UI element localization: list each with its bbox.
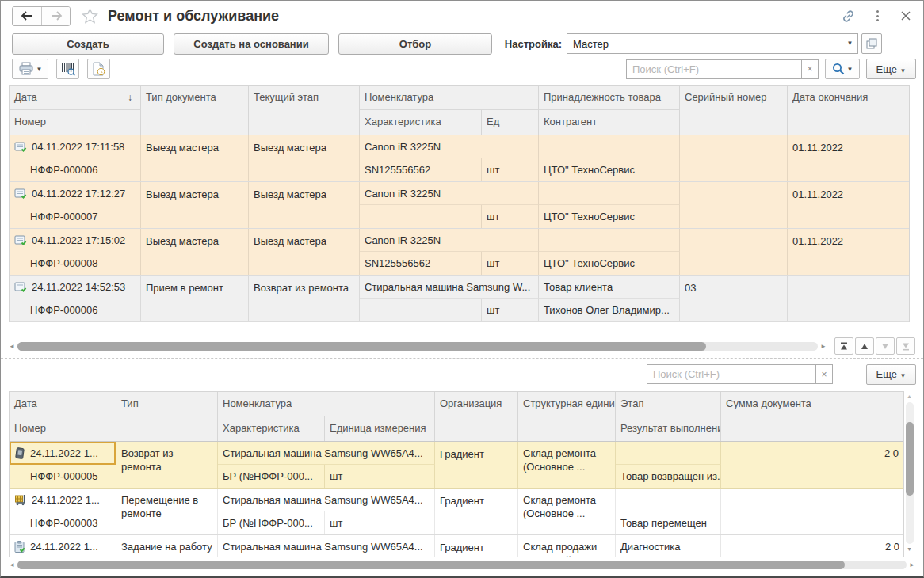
table2-horizontal-scrollbar[interactable]: ◄ ► [9,561,915,569]
cell-end-date[interactable] [788,276,909,321]
cell-number[interactable]: НФФР-000003 [10,511,116,534]
column-header-characteristic[interactable]: Характеристика [360,110,482,135]
favorite-star-icon[interactable] [82,8,98,25]
column-header-type[interactable]: Тип [116,392,218,441]
cell-date[interactable]: 04.11.2022 17:11:58 [10,135,141,158]
scrollbar-track[interactable] [17,342,818,351]
column-header-characteristic[interactable]: Характеристика [218,416,325,441]
column-header-unit[interactable]: Единица измерения [325,416,435,441]
clear-search-button[interactable]: × [801,59,819,79]
go-last-row-button[interactable] [896,337,915,355]
cell-number[interactable]: НФФР-000006 [10,158,141,181]
back-button[interactable] [13,7,41,25]
get-link-icon[interactable] [841,9,856,24]
cell-end-date[interactable]: 01.11.2022 [788,229,909,275]
search-input[interactable] [626,59,802,79]
cell-date[interactable]: 24.11.2022 14:52:53 [10,276,141,299]
cell-nomenclature[interactable]: Canon iR 3225N [360,135,539,158]
cell-contragent[interactable]: Тихонов Олег Владимир... [539,299,680,321]
column-header-date[interactable]: Дата [10,392,116,416]
cell-ownership[interactable] [539,229,680,252]
cell-characteristic[interactable] [360,205,482,228]
cell-characteristic[interactable]: SN125556562 [360,252,482,275]
scroll-right-icon[interactable]: ► [909,561,915,568]
column-header-date[interactable]: Дата↓ [10,86,141,110]
cell-sum[interactable]: 2 0 [721,442,903,465]
cell-nomenclature[interactable]: Canon iR 3225N [360,229,539,252]
close-icon[interactable] [899,10,912,22]
cell-structural-unit[interactable]: Склад продажи (основной склад) [518,535,616,557]
cell-organization[interactable]: Градиент [435,489,518,534]
column-header-contragent[interactable]: Контрагент [539,110,680,135]
go-down-row-button[interactable] [876,337,895,355]
cell-organization[interactable]: Градиент [435,442,518,488]
cell-type[interactable]: Перемещение в ремонте [116,489,218,534]
table1-horizontal-scrollbar[interactable]: ◄ ► [9,342,827,351]
cell-unit[interactable]: шт [482,158,539,181]
setting-value-input[interactable] [567,38,842,50]
more-button-lower[interactable]: Еще ▼ [866,364,916,385]
cell-characteristic[interactable]: БР (№НФФР-000... [218,465,325,488]
cell-result[interactable]: Товар перемещен [616,511,721,534]
table-row[interactable]: 24.11.2022 1... НФФР-000003 Перемещение … [10,489,903,535]
cell-contragent[interactable]: ЦТО" ТехноСервис [539,158,680,181]
column-header-ownership[interactable]: Принадлежность товара [539,86,680,110]
scrollbar-thumb[interactable] [17,342,706,351]
cell-number[interactable]: НФФР-000007 [10,205,141,228]
cell-characteristic[interactable]: SN125556562 [360,158,482,181]
cell-serial[interactable] [680,182,788,228]
kebab-menu-icon[interactable] [872,9,884,23]
column-header-number[interactable]: Номер [10,416,116,441]
cell-characteristic[interactable]: БР (№НФФР-000... [218,511,325,534]
cell-end-date[interactable]: 01.11.2022 [788,135,909,181]
cell-date[interactable]: 04.11.2022 17:15:02 [10,229,141,252]
cell-type[interactable]: Задание на работу [116,535,218,557]
table-row[interactable]: 24.11.2022 14:52:53 НФФР-000006 Прием в … [10,276,909,322]
cell-serial[interactable] [680,135,788,181]
create-button[interactable]: Создать [12,33,164,55]
table2-vertical-scrollbar[interactable]: ▲ ▼ [903,391,916,555]
cell-stage[interactable] [616,442,721,465]
cell-date[interactable]: 24.11.2022 1... [10,489,116,511]
scrollbar-track[interactable] [17,561,907,569]
cell-date[interactable]: 24.11.2022 1... [10,442,116,465]
cell-doc-type[interactable]: Выезд мастера [141,182,249,228]
cell-unit[interactable]: шт [482,252,539,275]
column-header-result[interactable]: Результат выполнения [616,416,721,441]
column-header-stage[interactable]: Текущий этап [249,86,360,135]
table-row[interactable]: 24.11.2022 1... Задание на работу Стирал… [10,535,903,557]
cell-serial[interactable] [680,229,788,275]
clear-search-button-lower[interactable]: × [815,364,833,384]
filter-button[interactable]: Отбор [338,33,492,55]
chevron-down-icon[interactable]: ▼ [842,34,857,53]
go-up-row-button[interactable] [855,337,874,355]
cell-end-date[interactable]: 01.11.2022 [788,182,909,228]
column-header-stage[interactable]: Этап [616,392,721,416]
forward-button[interactable] [41,7,70,25]
cell-doc-type[interactable]: Выезд мастера [141,229,249,275]
cell-serial[interactable]: 03 [680,276,788,321]
cell-stage[interactable]: Возврат из ремонта [249,276,360,321]
cell-date[interactable]: 24.11.2022 1... [10,535,116,557]
cell-sum-empty[interactable] [721,511,903,534]
cell-doc-type[interactable]: Выезд мастера [141,135,249,181]
cell-number[interactable]: НФФР-000005 [10,465,116,488]
cell-stage[interactable] [616,489,721,511]
choose-setting-button[interactable] [861,33,882,54]
column-header-end-date[interactable]: Дата окончания [788,86,909,135]
more-button-top[interactable]: Еще ▼ [866,59,916,79]
cell-unit[interactable]: шт [482,299,539,321]
scroll-left-icon[interactable]: ◄ [9,561,15,568]
cell-type[interactable]: Возврат из ремонта [116,442,218,488]
cell-result[interactable]: Товар возвращен из... [616,465,721,488]
barcode-scan-button[interactable] [56,59,79,79]
cell-number[interactable]: НФФР-000008 [10,252,141,275]
cell-stage[interactable]: Выезд мастера [249,135,360,181]
cell-ownership[interactable]: Товар клиента [539,276,680,299]
cell-structural-unit[interactable]: Склад ремонта (Основное ... [518,489,616,534]
cell-date[interactable]: 04.11.2022 17:12:27 [10,182,141,205]
cell-ownership[interactable] [539,135,680,158]
cell-stage[interactable]: Диагностика [616,535,721,557]
table-row[interactable]: 04.11.2022 17:11:58 НФФР-000006 Выезд ма… [10,135,909,182]
scroll-up-icon[interactable]: ▲ [907,393,912,401]
